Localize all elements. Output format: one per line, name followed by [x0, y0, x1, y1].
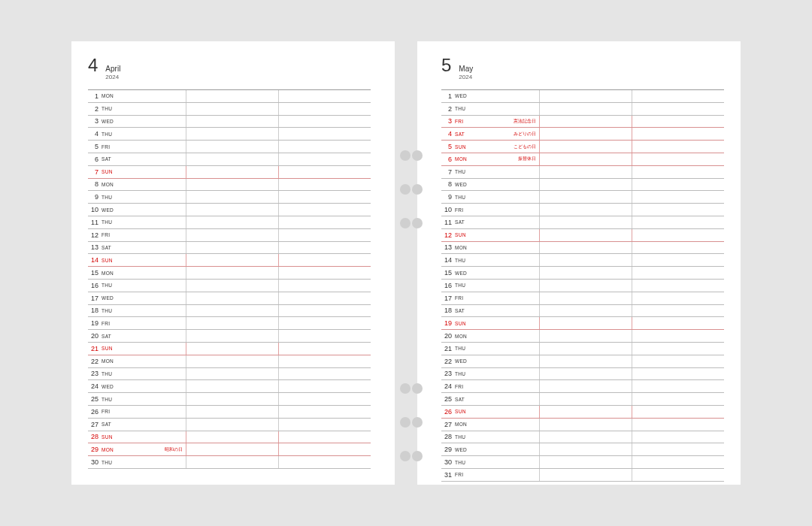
day-row: 13SAT [88, 242, 371, 255]
day-abbr: THU [453, 434, 468, 440]
note-col-2 [540, 128, 632, 140]
day-row: 28SUN [88, 431, 371, 444]
day-row: 1WED [441, 90, 724, 103]
month-name: April [105, 65, 120, 74]
day-row: 20SAT [88, 330, 371, 343]
note-col-3 [632, 330, 724, 342]
day-row: 18SAT [441, 305, 724, 318]
day-row: 7THU [441, 166, 724, 179]
day-abbr: THU [100, 397, 115, 402]
day-abbr: MON [453, 334, 468, 339]
note-col-3 [279, 254, 371, 266]
note-col-1 [115, 305, 186, 317]
month-header: 5 May 2024 [441, 55, 724, 80]
note-col-2 [186, 242, 279, 254]
day-number: 27 [441, 421, 453, 428]
day-number: 1 [88, 92, 100, 100]
note-col-2 [186, 317, 279, 329]
note-col-3 [632, 456, 724, 468]
note-col-1 [115, 141, 186, 153]
day-row: 8MON [88, 179, 371, 192]
note-col-1 [468, 216, 540, 228]
note-col-1 [468, 393, 540, 405]
day-number: 1 [441, 92, 453, 100]
day-row: 27MON [441, 419, 724, 431]
note-col-3 [279, 229, 371, 241]
note-col-3 [632, 469, 724, 481]
note-col-2 [540, 179, 632, 191]
note-col-2 [186, 204, 279, 216]
note-col-1 [468, 305, 540, 317]
day-row: 13MON [441, 242, 724, 255]
hole-icon [412, 417, 423, 428]
day-number: 17 [88, 295, 100, 302]
day-abbr: WED [100, 207, 115, 213]
day-number: 11 [441, 219, 453, 226]
day-row: 19FRI [88, 317, 371, 330]
note-col-2 [540, 267, 632, 279]
note-col-2 [186, 280, 279, 292]
day-row: 19SUN [441, 317, 724, 330]
month-header: 4 April 2024 [88, 55, 371, 80]
note-col-3 [279, 280, 371, 292]
note-col-3 [632, 204, 724, 216]
day-number: 4 [441, 130, 453, 138]
note-col-1 [115, 179, 186, 191]
note-col-2 [540, 380, 632, 392]
note-col-2 [540, 317, 632, 329]
day-number: 28 [441, 433, 453, 440]
holiday-label: 振替休日 [518, 156, 536, 162]
day-number: 19 [88, 319, 100, 327]
day-number: 20 [88, 332, 100, 340]
day-abbr: THU [453, 346, 468, 351]
note-col-2 [540, 419, 632, 431]
note-col-3 [279, 355, 371, 367]
note-col-2 [186, 343, 279, 355]
day-abbr: SUN [100, 169, 115, 174]
note-col-2 [186, 355, 279, 367]
note-col-1 [115, 267, 186, 279]
note-col-3 [632, 229, 724, 241]
day-abbr: THU [100, 219, 115, 225]
note-col-2 [540, 431, 632, 443]
day-abbr: THU [453, 169, 468, 174]
note-col-1 [115, 393, 186, 405]
note-col-2 [540, 280, 632, 292]
day-abbr: WED [453, 447, 468, 452]
day-row: 4SATみどりの日 [441, 128, 724, 141]
day-abbr: THU [453, 371, 468, 376]
note-col-1 [115, 456, 186, 468]
days-list-right: 1WED2THU3FRI憲法記念日4SATみどりの日5SUNこどもの日6MON振… [441, 89, 724, 482]
day-row: 16THU [88, 280, 371, 292]
note-col-2 [186, 216, 279, 228]
day-row: 25SAT [441, 393, 724, 406]
note-col-2 [540, 153, 632, 165]
hole-icon [400, 150, 411, 161]
day-abbr: THU [100, 283, 115, 288]
day-number: 30 [88, 458, 100, 466]
note-col-1 [115, 280, 186, 292]
day-number: 7 [441, 168, 453, 176]
note-col-2 [540, 191, 632, 203]
day-abbr: THU [100, 371, 115, 376]
day-row: 30THU [88, 456, 371, 469]
note-col-2 [186, 103, 279, 115]
note-col-2 [186, 431, 279, 443]
day-row: 15WED [441, 267, 724, 280]
day-abbr: SUN [453, 321, 468, 326]
note-col-2 [186, 305, 279, 317]
year: 2024 [105, 74, 120, 80]
day-number: 16 [88, 282, 100, 289]
hole-icon [400, 417, 411, 428]
day-abbr: FRI [453, 472, 468, 477]
note-col-2 [186, 90, 279, 102]
note-col-2 [186, 179, 279, 191]
day-row: 2THU [441, 103, 724, 116]
note-col-3 [279, 406, 371, 418]
day-abbr: WED [453, 271, 468, 276]
note-col-2 [186, 456, 279, 468]
note-col-2 [540, 254, 632, 266]
day-number: 6 [441, 156, 453, 163]
day-abbr: SAT [453, 219, 468, 225]
day-number: 22 [88, 358, 100, 365]
